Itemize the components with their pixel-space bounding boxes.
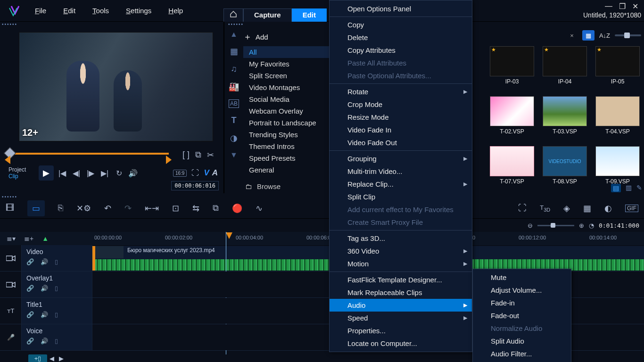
play-button[interactable]: ▶: [39, 165, 54, 181]
minimize-icon[interactable]: —: [605, 2, 612, 10]
track-type-icon[interactable]: ᴛT: [0, 298, 22, 324]
context-menu-item[interactable]: Adjust Volume...: [473, 284, 571, 296]
tools-icon[interactable]: ✕⚙: [76, 203, 91, 214]
audio-mixer-icon[interactable]: ∿: [256, 203, 263, 214]
mode-project[interactable]: Project: [8, 166, 36, 173]
context-menu-item[interactable]: Audio Filter...: [473, 347, 571, 360]
preview-video[interactable]: 12+: [19, 32, 213, 141]
context-menu-item[interactable]: Fade-in: [473, 296, 571, 309]
transitions-icon[interactable]: AB: [229, 99, 239, 108]
prev-frame-icon[interactable]: ◀|: [71, 167, 82, 179]
edit-tab[interactable]: Edit: [292, 8, 327, 22]
link-icon[interactable]: 🔗: [26, 337, 34, 345]
drag-handle[interactable]: ••••••: [0, 193, 644, 198]
category-item[interactable]: All: [243, 46, 341, 58]
context-menu-item[interactable]: Resize Mode: [330, 111, 472, 123]
pan-zoom-icon[interactable]: ◐: [604, 203, 612, 214]
timeline-ruler[interactable]: ≣▾ ≣+ ▲ 00:00:00:0000:00:02:0000:00:04:0…: [0, 232, 644, 245]
playhead-flag-icon[interactable]: [226, 232, 232, 239]
thumbnail-view-icon[interactable]: ▦: [582, 30, 594, 41]
category-item[interactable]: Speed Presets: [243, 152, 341, 164]
zoom-in-icon[interactable]: ⊕: [579, 222, 584, 229]
context-menu-item[interactable]: Fade-out: [473, 309, 571, 322]
library-item[interactable]: T-03.VSP: [541, 96, 588, 135]
track-lock-icon[interactable]: ▯: [55, 258, 58, 265]
add-track-button[interactable]: +▯: [28, 354, 47, 362]
context-menu-item[interactable]: FastFlick Template Designer...: [330, 273, 472, 286]
next-frame-icon[interactable]: |▶: [85, 167, 96, 179]
context-menu-item[interactable]: Speed▶: [330, 312, 472, 324]
templates-icon[interactable]: 🏭: [229, 82, 239, 92]
mark-in-out-icon[interactable]: [ ]: [182, 150, 190, 160]
slide-icon[interactable]: ⧉: [213, 203, 219, 213]
split-icon[interactable]: ✂: [207, 150, 214, 160]
category-item[interactable]: Themed Intros: [243, 140, 341, 152]
track-header[interactable]: Title1🔗🔊▯: [22, 298, 92, 324]
copy-icon[interactable]: ⎘: [58, 203, 63, 213]
drag-handle[interactable]: ••••••: [0, 22, 223, 26]
context-menu-item[interactable]: Tag as 3D...: [330, 232, 472, 245]
menu-file[interactable]: File: [26, 3, 55, 18]
color-icon[interactable]: 🔴: [232, 203, 242, 214]
storyboard-icon[interactable]: 🎞: [6, 203, 14, 213]
library-item[interactable]: ★IP-05: [594, 46, 641, 85]
context-menu-item[interactable]: Video Fade Out: [330, 136, 472, 149]
scroll-up-icon[interactable]: ▲: [230, 30, 238, 39]
mode-clip[interactable]: Clip: [8, 173, 36, 180]
close-icon[interactable]: ✕: [632, 2, 638, 11]
track-type-icon[interactable]: [0, 272, 22, 297]
context-menu-item[interactable]: 360 Video▶: [330, 245, 472, 257]
menu-settings[interactable]: Settings: [117, 3, 160, 18]
context-menu-item[interactable]: Open Options Panel: [330, 2, 472, 15]
audio-icon[interactable]: ♫: [231, 64, 237, 74]
category-item[interactable]: Split Screen: [243, 70, 341, 82]
slip-icon[interactable]: ⇆: [192, 203, 199, 214]
context-menu-item[interactable]: Rotate▶: [330, 85, 472, 98]
library-item[interactable]: T-04.VSP: [594, 96, 641, 135]
thumbnail-size-slider[interactable]: [615, 34, 641, 36]
media-icon[interactable]: ▦: [230, 46, 238, 57]
track-lock-icon[interactable]: ▯: [55, 285, 58, 292]
category-item[interactable]: Webcam Overlay: [243, 105, 341, 117]
library-item[interactable]: ★IP-04: [541, 46, 588, 85]
track-type-icon[interactable]: [0, 245, 22, 271]
list-view-icon[interactable]: ▤: [611, 184, 621, 192]
scrub-track[interactable]: [6, 153, 169, 155]
clear-search-icon[interactable]: ×: [570, 32, 578, 39]
link-icon[interactable]: 🔗: [26, 258, 34, 265]
context-menu-item[interactable]: Grouping▶: [330, 152, 472, 165]
go-start-icon[interactable]: |◀: [57, 167, 68, 179]
zoom-out-icon[interactable]: ⊖: [528, 222, 533, 229]
category-item[interactable]: My Favorites: [243, 58, 341, 70]
multicam-icon[interactable]: ▦: [583, 203, 591, 214]
context-menu-item[interactable]: Copy Attributes: [330, 44, 472, 57]
preview-timecode[interactable]: 00:00:06:016: [171, 181, 219, 190]
library-item[interactable]: T-07.VSP: [488, 146, 536, 185]
add-track-icon[interactable]: ≣+: [24, 235, 33, 242]
3d-title-icon[interactable]: T3D: [540, 204, 550, 213]
crop-icon[interactable]: ⧉: [195, 150, 201, 160]
category-item[interactable]: Video Montages: [243, 82, 341, 93]
category-item[interactable]: Portrait to Landscape: [243, 117, 341, 129]
context-menu-item[interactable]: Properties...: [330, 324, 472, 337]
track-lock-icon[interactable]: ▯: [55, 337, 58, 345]
context-menu-item[interactable]: Crop Mode: [330, 98, 472, 111]
context-menu-item[interactable]: Multi-trim Video...: [330, 165, 472, 178]
add-templates[interactable]: ＋ Add: [243, 25, 341, 46]
sort-icon[interactable]: A↓Z: [599, 32, 610, 39]
mask-icon[interactable]: ◈: [563, 203, 570, 214]
category-item[interactable]: Trending Styles: [243, 129, 341, 140]
resize-tool-icon[interactable]: ⛶: [190, 167, 201, 179]
overlays-icon[interactable]: ◑: [230, 133, 238, 143]
context-menu-item[interactable]: Split Clip: [330, 190, 472, 203]
menu-tools[interactable]: Tools: [84, 3, 117, 18]
scroll-right-icon[interactable]: ▶: [57, 355, 66, 362]
browse-button[interactable]: 🗀 Browse: [245, 182, 281, 190]
link-icon[interactable]: 🔗: [26, 285, 34, 292]
context-menu-item[interactable]: Replace Clip...▶: [330, 178, 472, 190]
category-item[interactable]: General: [243, 164, 341, 176]
track-lock-icon[interactable]: ▯: [55, 311, 58, 318]
track-options-icon[interactable]: ≣▾: [7, 235, 16, 242]
video-toggle[interactable]: V: [204, 168, 209, 178]
library-item[interactable]: T-02.VSP: [488, 96, 536, 135]
